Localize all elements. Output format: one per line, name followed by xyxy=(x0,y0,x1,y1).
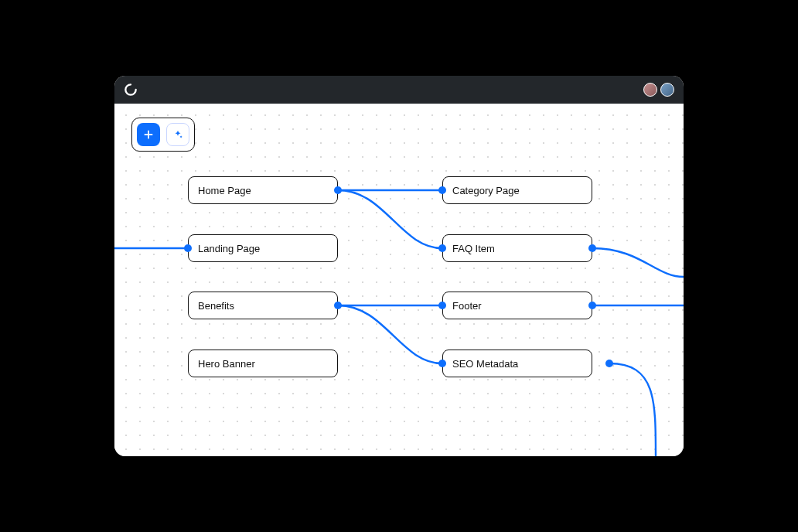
port-dot[interactable] xyxy=(588,302,596,309)
port-dot[interactable] xyxy=(588,244,596,252)
port-dot[interactable] xyxy=(605,360,613,367)
port-dot[interactable] xyxy=(438,244,446,252)
node-home-page[interactable]: Home Page xyxy=(188,176,338,204)
avatar[interactable] xyxy=(660,83,674,97)
node-label: Landing Page xyxy=(198,243,260,254)
node-label: Home Page xyxy=(198,185,251,196)
node-seo-metadata[interactable]: SEO Metadata xyxy=(442,350,592,377)
port-dot[interactable] xyxy=(334,186,342,194)
port-dot[interactable] xyxy=(438,360,446,367)
node-faq-item[interactable]: FAQ Item xyxy=(442,234,592,262)
sparkle-icon xyxy=(172,129,183,140)
node-label: Category Page xyxy=(452,185,520,196)
node-label: Hero Banner xyxy=(198,358,255,370)
plus-icon xyxy=(143,129,154,140)
port-dot[interactable] xyxy=(438,186,446,194)
ai-button[interactable] xyxy=(166,123,189,146)
node-footer[interactable]: Footer xyxy=(442,292,592,319)
port-dot[interactable] xyxy=(438,302,446,309)
add-node-button[interactable] xyxy=(137,123,160,146)
titlebar xyxy=(114,76,684,104)
node-label: FAQ Item xyxy=(452,243,495,254)
node-label: Footer xyxy=(452,300,482,312)
toolbar xyxy=(131,118,195,152)
node-category-page[interactable]: Category Page xyxy=(442,176,592,204)
node-hero-banner[interactable]: Hero Banner xyxy=(188,350,338,377)
presence-avatars xyxy=(643,83,674,97)
node-label: Benefits xyxy=(198,300,234,312)
avatar[interactable] xyxy=(643,83,657,97)
app-logo-icon xyxy=(124,83,138,97)
node-landing-page[interactable]: Landing Page xyxy=(188,234,338,262)
canvas[interactable] xyxy=(114,104,684,456)
port-dot[interactable] xyxy=(184,244,192,252)
port-dot[interactable] xyxy=(334,302,342,309)
node-label: SEO Metadata xyxy=(452,358,518,370)
app-window: Home Page Landing Page Benefits Hero Ban… xyxy=(114,76,684,456)
node-benefits[interactable]: Benefits xyxy=(188,292,338,319)
